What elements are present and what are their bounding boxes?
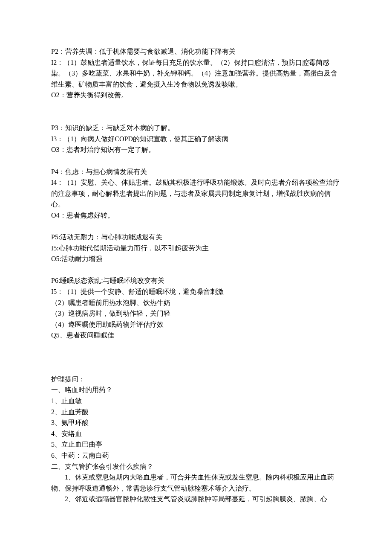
q2-title: 二、支气管扩张会引发什么疾病？ xyxy=(51,461,341,472)
spacer xyxy=(51,341,341,352)
p2-intervention: I2：（1）鼓励患者适量饮水，保证每日充足的饮水量。（2）保持口腔清洁，预防口腔… xyxy=(51,57,341,90)
p2-outcome: O2：营养失衡得到改善。 xyxy=(51,90,341,101)
spacer xyxy=(51,101,341,112)
p6-sub-item-2: （3）巡视病房时，做到动作轻，关门轻 xyxy=(51,308,341,319)
spacer xyxy=(51,221,341,232)
p6-label: P6:睡眠形态紊乱:与睡眠环境改变有关 xyxy=(51,275,341,286)
spacer xyxy=(51,352,341,363)
spacer xyxy=(51,155,341,166)
p6-intervention: I5：（1）提供一个安静、舒适的睡眠环境，避免噪音刺激 xyxy=(51,286,341,297)
q1-item-3: 3、氨甲环酸 xyxy=(51,417,341,428)
p4-outcome: O4：患者焦虑好转。 xyxy=(51,210,341,221)
q1-item-1: 1、止血敏 xyxy=(51,395,341,407)
p2-label: P2：营养失调：低于机体需要与食欲减退、消化功能下降有关 xyxy=(51,46,341,57)
q2-item-2: 2、邻近或远隔器官脓肿化脓性支气管炎或肺脓肿等局部蔓延，可引起胸膜炎、脓胸、心 xyxy=(51,494,341,505)
p6-sub-item-1: （2）嘱患者睡前用热水泡脚、饮热牛奶 xyxy=(51,297,341,308)
p5-outcome: O5:活动耐力增强 xyxy=(51,253,341,264)
q1-title: 一、咯血时的用药？ xyxy=(51,384,341,395)
p5-label: P5:活动无耐力：与心肺功能减退有关 xyxy=(51,232,341,243)
p5-intervention: I5:心肺功能代偿期活动量力而行，以不引起疲劳为主 xyxy=(51,243,341,254)
p6-sub-item-3: （4）遵医嘱使用助眠药物并评估疗效 xyxy=(51,319,341,330)
spacer xyxy=(51,112,341,123)
p4-intervention: I4：（1）安慰、关心、体贴患者。鼓励其积极进行呼吸功能锻炼。及时向患者介绍各项… xyxy=(51,177,341,210)
spacer xyxy=(51,264,341,276)
q1-item-2: 2、止血芳酸 xyxy=(51,407,341,418)
q1-item-4: 4、安络血 xyxy=(51,428,341,439)
nursing-questions-title: 护理提问： xyxy=(51,374,341,385)
p3-label: P3：知识的缺乏：与缺乏对本病的了解。 xyxy=(51,122,341,134)
p3-intervention: I3：（1）向病人做好COPD的知识宣教，使其正确了解该病 xyxy=(51,134,341,145)
p6-outcome: Q5、患者夜间睡眠佳 xyxy=(51,330,341,341)
q1-item-5: 5、立止血巴曲亭 xyxy=(51,439,341,450)
p4-label: P4：焦虑：与担心病情发展有关 xyxy=(51,166,341,177)
q1-item-6: 6、中药：云南白药 xyxy=(51,450,341,461)
q2-item-1: 1、休克或窒息短期内大咯血患者，可合并失血性休克或发生窒息。除内科积极应用止血药… xyxy=(51,472,341,494)
spacer xyxy=(51,363,341,374)
p3-outcome: O3：患者对治疗知识有一定了解。 xyxy=(51,144,341,155)
